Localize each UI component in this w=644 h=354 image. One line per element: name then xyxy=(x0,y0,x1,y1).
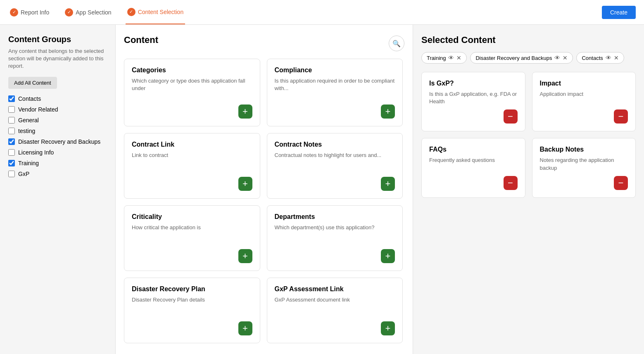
group-disaster-recovery-checkbox[interactable] xyxy=(8,138,15,145)
tab-app-selection[interactable]: ✓ App Selection xyxy=(63,0,113,24)
card-departments: Departments Which department(s) use this… xyxy=(267,205,403,271)
search-icon: 🔍 xyxy=(392,40,401,48)
group-licensing-info-label: Licensing Info xyxy=(18,149,54,156)
card-departments-title: Departments xyxy=(275,213,395,221)
tag-contacts-eye-icon[interactable]: 👁 xyxy=(606,55,611,61)
group-vendor-related-label: Vendor Related xyxy=(18,106,58,113)
main-layout: Content Groups Any content that belongs … xyxy=(0,25,644,354)
add-compliance-button[interactable]: + xyxy=(381,105,395,119)
remove-faqs-button[interactable]: − xyxy=(504,176,518,190)
card-contract-link-desc: Link to contract xyxy=(132,152,252,173)
card-contract-notes: Contract Notes Contractual notes to high… xyxy=(267,133,403,199)
add-departments-button[interactable]: + xyxy=(381,249,395,263)
content-groups-description: Any content that belongs to the selected… xyxy=(8,48,107,70)
tag-training[interactable]: Training 👁 ✕ xyxy=(421,52,467,64)
selected-card-impact-title: Impact xyxy=(540,80,628,87)
group-licensing-info[interactable]: Licensing Info xyxy=(8,149,107,156)
add-gxp-assessment-link-button[interactable]: + xyxy=(381,321,395,335)
add-categories-button[interactable]: + xyxy=(238,105,252,119)
tab-report-info[interactable]: ✓ Report Info xyxy=(8,0,51,24)
add-contract-notes-button[interactable]: + xyxy=(381,177,395,191)
group-training[interactable]: Training xyxy=(8,160,107,166)
group-contacts-label: Contacts xyxy=(18,95,41,102)
selected-card-faqs-desc: Frequently asked questions xyxy=(429,157,518,171)
group-gxp[interactable]: GxP xyxy=(8,171,107,177)
card-disaster-recovery-plan: Disaster Recovery Plan Disaster Recovery… xyxy=(124,278,260,343)
card-categories-title: Categories xyxy=(132,67,252,74)
selected-card-backup-notes: Backup Notes Notes regarding the applica… xyxy=(532,138,636,197)
tags-row: Training 👁 ✕ Disaster Recovery and Backu… xyxy=(421,52,636,64)
tab-content-selection[interactable]: ✓ Content Selection xyxy=(126,0,185,24)
selected-card-is-gxp-title: Is GxP? xyxy=(429,80,518,87)
tab-content-selection-check: ✓ xyxy=(127,8,135,16)
middle-panel: Content 🔍 Categories Which category or t… xyxy=(116,25,413,354)
search-button[interactable]: 🔍 xyxy=(389,36,404,51)
card-categories: Categories Which category or type does t… xyxy=(124,59,260,126)
group-vendor-related[interactable]: Vendor Related xyxy=(8,106,107,113)
tag-training-label: Training xyxy=(427,55,446,61)
tab-app-selection-check: ✓ xyxy=(65,8,73,17)
remove-backup-notes-button[interactable]: − xyxy=(614,176,628,190)
group-general-checkbox[interactable] xyxy=(8,117,15,124)
header: ✓ Report Info ✓ App Selection ✓ Content … xyxy=(0,0,644,25)
left-panel: Content Groups Any content that belongs … xyxy=(0,25,116,354)
group-disaster-recovery[interactable]: Disaster Recovery and Backups xyxy=(8,138,107,145)
card-criticality-desc: How critical the application is xyxy=(132,224,252,245)
group-vendor-related-checkbox[interactable] xyxy=(8,106,15,113)
card-departments-desc: Which department(s) use this application… xyxy=(275,224,395,245)
group-testing[interactable]: testing xyxy=(8,128,107,134)
group-general[interactable]: General xyxy=(8,117,107,124)
card-criticality-title: Criticality xyxy=(132,213,252,221)
group-training-checkbox[interactable] xyxy=(8,160,15,166)
add-contract-link-button[interactable]: + xyxy=(238,177,252,191)
card-gxp-assessment-link: GxP Assessment Link GxP Assessment docum… xyxy=(267,278,403,343)
add-disaster-recovery-plan-button[interactable]: + xyxy=(238,321,252,335)
remove-impact-button[interactable]: − xyxy=(614,109,628,124)
content-title: Content xyxy=(124,35,158,45)
add-all-content-button[interactable]: Add All Content xyxy=(8,77,57,89)
tag-disaster-recovery-remove-icon[interactable]: ✕ xyxy=(563,55,568,61)
create-button[interactable]: Create xyxy=(602,6,636,19)
selected-card-faqs-title: FAQs xyxy=(429,146,518,153)
group-contacts-checkbox[interactable] xyxy=(8,95,15,102)
tag-training-remove-icon[interactable]: ✕ xyxy=(456,55,461,61)
group-testing-label: testing xyxy=(18,128,35,134)
content-groups-title: Content Groups xyxy=(8,35,107,44)
tag-training-eye-icon[interactable]: 👁 xyxy=(448,55,454,61)
tag-disaster-recovery-label: Disaster Recovery and Backups xyxy=(475,55,552,61)
group-training-label: Training xyxy=(18,160,39,166)
selected-card-impact-desc: Application impact xyxy=(540,90,628,105)
card-criticality: Criticality How critical the application… xyxy=(124,205,260,271)
add-criticality-button[interactable]: + xyxy=(238,249,252,263)
right-panel: Selected Content Training 👁 ✕ Disaster R… xyxy=(413,25,644,354)
tab-report-info-check: ✓ xyxy=(10,8,18,17)
card-contract-notes-desc: Contractual notes to highlight for users… xyxy=(275,152,395,173)
card-disaster-recovery-plan-desc: Disaster Recovery Plan details xyxy=(132,296,252,317)
tag-contacts-remove-icon[interactable]: ✕ xyxy=(614,55,619,61)
tab-app-selection-label: App Selection xyxy=(76,9,111,16)
selected-grid: Is GxP? Is this a GxP application, e.g. … xyxy=(421,72,636,198)
group-testing-checkbox[interactable] xyxy=(8,128,15,134)
content-header: Content 🔍 xyxy=(124,35,404,52)
group-licensing-info-checkbox[interactable] xyxy=(8,149,15,156)
selected-content-title: Selected Content xyxy=(421,35,636,45)
group-disaster-recovery-label: Disaster Recovery and Backups xyxy=(18,138,100,145)
tag-disaster-recovery-eye-icon[interactable]: 👁 xyxy=(554,55,560,61)
card-compliance-title: Compliance xyxy=(275,67,395,74)
selected-card-is-gxp-desc: Is this a GxP application, e.g. FDA or H… xyxy=(429,90,518,105)
tab-report-info-label: Report Info xyxy=(21,9,49,16)
tag-contacts[interactable]: Contacts 👁 ✕ xyxy=(576,52,624,64)
card-gxp-assessment-link-title: GxP Assessment Link xyxy=(275,285,395,293)
selected-card-backup-notes-desc: Notes regarding the application backup xyxy=(540,157,628,171)
group-gxp-checkbox[interactable] xyxy=(8,171,15,177)
card-disaster-recovery-plan-title: Disaster Recovery Plan xyxy=(132,285,252,293)
tab-content-selection-label: Content Selection xyxy=(138,9,184,15)
tag-disaster-recovery[interactable]: Disaster Recovery and Backups 👁 ✕ xyxy=(470,52,573,64)
remove-is-gxp-button[interactable]: − xyxy=(504,109,518,124)
card-compliance-desc: Is this application required in order to… xyxy=(275,77,395,100)
selected-card-backup-notes-title: Backup Notes xyxy=(540,146,628,153)
selected-card-faqs: FAQs Frequently asked questions − xyxy=(421,138,525,197)
group-contacts[interactable]: Contacts xyxy=(8,95,107,102)
content-grid: Categories Which category or type does t… xyxy=(124,59,404,343)
tag-contacts-label: Contacts xyxy=(582,55,603,61)
